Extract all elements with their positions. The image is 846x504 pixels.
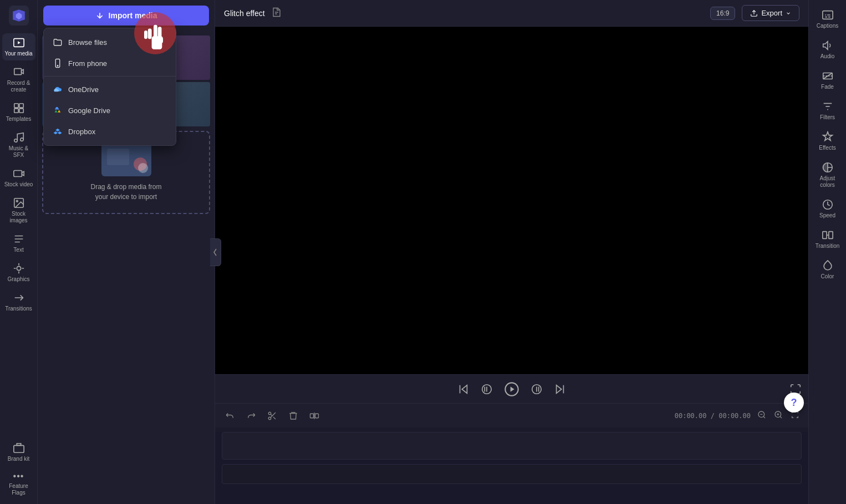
project-title: Glitch effect <box>224 9 265 18</box>
svg-point-8 <box>20 138 23 141</box>
sidebar-item-feature-flags[interactable]: ••• FeatureFlags <box>2 468 35 500</box>
skip-forward-button[interactable] <box>554 383 566 395</box>
sidebar-item-record-create[interactable]: Record &create <box>2 63 35 96</box>
delete-button[interactable] <box>285 408 302 424</box>
svg-rect-6 <box>19 109 23 113</box>
timeline-audio-track[interactable] <box>222 464 802 484</box>
import-dropdown: Browse files From phone OneDrive <box>43 28 176 146</box>
right-item-label: Transition <box>816 243 840 250</box>
right-item-filters[interactable]: Filters <box>811 96 844 125</box>
svg-rect-27 <box>315 414 319 418</box>
undo-button[interactable] <box>222 408 238 424</box>
browse-files-label: Browse files <box>68 38 107 47</box>
sidebar-item-label: FeatureFlags <box>9 483 28 496</box>
right-item-label: Speed <box>819 212 835 219</box>
svg-rect-26 <box>310 414 314 418</box>
svg-rect-40 <box>828 232 832 239</box>
skip-back-button[interactable] <box>457 383 470 395</box>
aspect-ratio-badge[interactable]: 16:9 <box>710 7 735 20</box>
zoom-in-button[interactable] <box>772 408 785 423</box>
playback-bar <box>215 374 808 403</box>
export-button[interactable]: Export <box>742 5 799 21</box>
right-item-label: Filters <box>820 114 835 121</box>
app-logo[interactable] <box>8 4 30 27</box>
svg-point-14 <box>57 65 58 67</box>
sidebar-item-label: Stockimages <box>9 211 27 224</box>
svg-rect-5 <box>14 109 18 113</box>
dropbox-item[interactable]: Dropbox <box>44 121 176 142</box>
play-pause-button[interactable] <box>504 381 519 397</box>
google-drive-label: Google Drive <box>68 106 110 115</box>
right-item-label: Adjustcolors <box>820 175 835 189</box>
right-item-fade[interactable]: Fade <box>811 65 844 95</box>
right-item-label: Color <box>821 273 834 280</box>
right-item-effects[interactable]: Effects <box>811 126 844 156</box>
sidebar-item-transitions[interactable]: Transitions <box>2 288 35 315</box>
right-item-captions[interactable]: Captions <box>811 4 844 34</box>
main-content: Glitch effect 16:9 Export <box>215 0 808 504</box>
media-panel: Import media Browse files From phone <box>38 0 215 504</box>
help-icon: ? <box>791 397 797 409</box>
sidebar-item-music-sfx[interactable]: Music & SFX <box>2 128 35 162</box>
timeline-time: 00:00.00 / 00:00.00 <box>675 412 751 420</box>
sidebar-item-graphics[interactable]: Graphics <box>2 259 35 286</box>
rewind-button[interactable] <box>481 383 493 395</box>
dropbox-icon <box>53 126 63 136</box>
video-preview <box>215 27 808 374</box>
zoom-out-button[interactable] <box>755 408 768 423</box>
sidebar-item-your-media[interactable]: Your media <box>2 33 35 60</box>
forward-button[interactable] <box>531 383 543 395</box>
sidebar-item-label: Brand kit <box>8 456 29 462</box>
sidebar-item-templates[interactable]: Templates <box>2 99 35 126</box>
sidebar-item-brand-kit[interactable]: Brand kit <box>2 439 35 466</box>
svg-point-11 <box>16 200 18 202</box>
sidebar-item-label: Stock video <box>4 181 33 188</box>
sidebar-item-stock-video[interactable]: Stock video <box>2 164 35 191</box>
right-item-audio[interactable]: Audio <box>811 35 844 64</box>
onedrive-label: OneDrive <box>68 85 99 94</box>
redo-button[interactable] <box>243 408 259 424</box>
browse-files-item[interactable]: Browse files <box>44 32 176 53</box>
svg-point-25 <box>268 417 271 420</box>
panel-collapse-handle[interactable] <box>210 238 221 266</box>
right-item-speed[interactable]: Speed <box>811 194 844 223</box>
sidebar-item-label: Graphics <box>7 276 29 283</box>
cut-button[interactable] <box>264 408 281 424</box>
svg-point-24 <box>268 412 271 415</box>
sidebar-item-label: Transitions <box>5 306 32 312</box>
timeline-video-track[interactable] <box>222 432 802 460</box>
sidebar-item-label: Record &create <box>7 80 30 93</box>
svg-rect-16 <box>107 149 129 165</box>
from-phone-label: From phone <box>68 59 107 68</box>
import-media-button[interactable]: Import media <box>43 6 209 26</box>
right-item-label: Captions <box>817 23 838 29</box>
sidebar-item-text[interactable]: Text <box>2 230 35 257</box>
help-button[interactable]: ? <box>784 393 804 413</box>
from-phone-item[interactable]: From phone <box>44 53 176 74</box>
folder-icon <box>53 37 63 47</box>
import-button-label: Import media <box>109 11 157 20</box>
svg-rect-3 <box>14 104 18 108</box>
dropdown-divider <box>44 76 176 77</box>
right-sidebar: Captions Audio Fade Filters Effects <box>808 0 846 504</box>
video-canvas <box>215 27 808 374</box>
onedrive-item[interactable]: OneDrive <box>44 79 176 100</box>
google-drive-item[interactable]: Google Drive <box>44 100 176 121</box>
sidebar-item-stock-images[interactable]: Stockimages <box>2 194 35 227</box>
right-item-label: Effects <box>819 145 835 151</box>
right-item-adjust-colors[interactable]: Adjustcolors <box>811 157 844 193</box>
svg-rect-4 <box>19 104 23 108</box>
export-icon <box>750 9 758 17</box>
svg-point-7 <box>14 139 17 142</box>
import-area: Import media Browse files From phone <box>38 0 215 31</box>
right-item-color[interactable]: Color <box>811 255 844 284</box>
top-bar-right: 16:9 Export <box>710 5 799 21</box>
right-item-transition[interactable]: Transition <box>811 225 844 254</box>
export-label: Export <box>761 9 782 17</box>
right-item-label: Fade <box>821 84 834 90</box>
split-button[interactable] <box>306 408 323 424</box>
svg-point-17 <box>134 157 147 171</box>
onedrive-icon <box>53 84 63 94</box>
svg-rect-39 <box>822 232 826 239</box>
timeline-track-area <box>215 432 808 504</box>
